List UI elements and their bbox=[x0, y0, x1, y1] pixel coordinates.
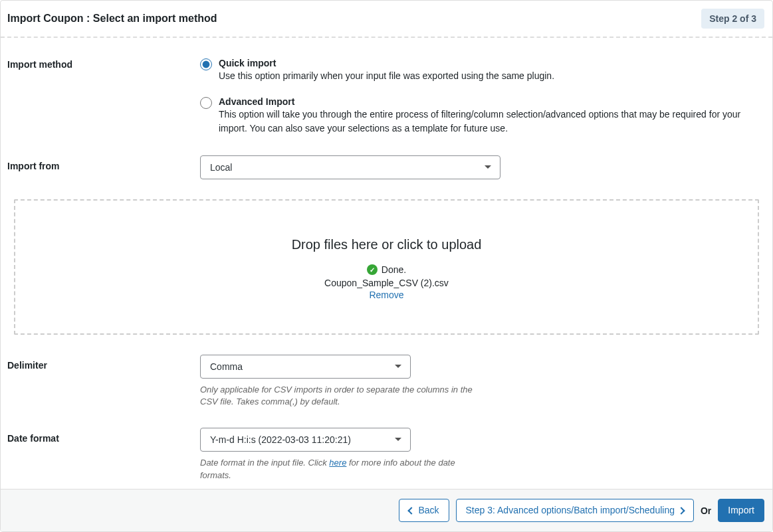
header-bar: Import Coupon : Select an import method … bbox=[1, 1, 772, 38]
import-from-label: Import from bbox=[7, 155, 200, 179]
page-title: Import Coupon : Select an import method bbox=[7, 13, 217, 25]
import-from-select[interactable]: Local bbox=[200, 155, 500, 179]
dropzone-title: Drop files here or click to upload bbox=[29, 237, 744, 252]
import-method-label: Import method bbox=[7, 58, 200, 135]
date-format-help-link[interactable]: here bbox=[329, 458, 346, 468]
step-badge: Step 2 of 3 bbox=[701, 9, 764, 29]
or-separator: Or bbox=[701, 505, 711, 516]
quick-import-title: Quick import bbox=[219, 58, 759, 68]
upload-status: Done. bbox=[382, 264, 406, 275]
content-area: Import method Quick import Use this opti… bbox=[1, 38, 772, 489]
back-button[interactable]: Back bbox=[399, 499, 449, 522]
check-icon: ✓ bbox=[367, 264, 378, 275]
step3-button[interactable]: Step 3: Advanced options/Batch import/Sc… bbox=[456, 499, 694, 522]
uploaded-filename: Coupon_Sample_CSV (2).csv bbox=[29, 278, 744, 288]
chevron-left-icon bbox=[408, 507, 415, 514]
advanced-import-title: Advanced Import bbox=[219, 96, 759, 107]
delimiter-select[interactable]: Comma bbox=[200, 355, 411, 379]
delimiter-label: Delimiter bbox=[7, 355, 200, 408]
advanced-import-radio[interactable] bbox=[200, 97, 212, 109]
date-format-label: Date format bbox=[7, 428, 200, 481]
date-format-help: Date format in the input file. Click her… bbox=[200, 457, 486, 481]
file-dropzone[interactable]: Drop files here or click to upload ✓ Don… bbox=[14, 199, 759, 335]
quick-import-desc: Use this option primarily when your inpu… bbox=[219, 69, 759, 83]
chevron-right-icon bbox=[677, 507, 685, 514]
delimiter-help: Only applicable for CSV imports in order… bbox=[200, 384, 486, 408]
quick-import-radio[interactable] bbox=[200, 58, 212, 70]
import-button[interactable]: Import bbox=[718, 499, 764, 522]
advanced-import-desc: This option will take you through the en… bbox=[219, 108, 759, 135]
footer-bar: Back Step 3: Advanced options/Batch impo… bbox=[1, 489, 772, 531]
remove-file-link[interactable]: Remove bbox=[369, 290, 403, 300]
date-format-select[interactable]: Y-m-d H:i:s (2022-03-03 11:20:21) bbox=[200, 428, 411, 452]
